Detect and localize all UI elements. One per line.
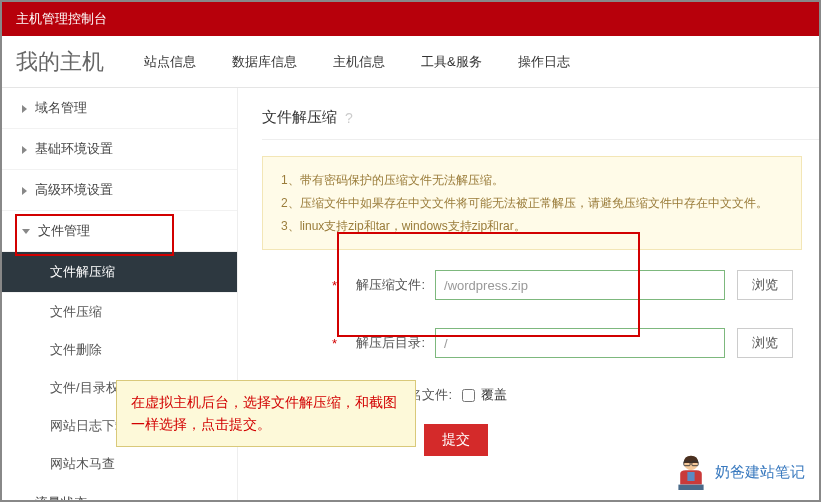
content-title: 文件解压缩 ? bbox=[262, 108, 819, 140]
topbar: 主机管理控制台 bbox=[2, 2, 819, 36]
tab-host-info[interactable]: 主机信息 bbox=[333, 53, 385, 71]
sidebar-item-basic-env[interactable]: 基础环境设置 bbox=[2, 129, 237, 170]
help-icon[interactable]: ? bbox=[345, 110, 353, 126]
sidebar-item-file-mgmt[interactable]: 文件管理 bbox=[2, 211, 237, 252]
form-row-source: * 解压缩文件: 浏览 bbox=[332, 270, 819, 300]
caret-right-icon bbox=[22, 105, 27, 113]
sidebar-item-decompress[interactable]: 文件解压缩 bbox=[2, 252, 237, 293]
tab-tools[interactable]: 工具&服务 bbox=[421, 53, 482, 71]
input-source[interactable] bbox=[435, 270, 725, 300]
browse-source-button[interactable]: 浏览 bbox=[737, 270, 793, 300]
topbar-title: 主机管理控制台 bbox=[16, 11, 107, 26]
browse-dest-button[interactable]: 浏览 bbox=[737, 328, 793, 358]
notice-line-3: 3、linux支持zip和tar，windows支持zip和rar。 bbox=[281, 215, 783, 238]
sidebar-item-domain[interactable]: 域名管理 bbox=[2, 88, 237, 129]
nav-tabs: 站点信息 数据库信息 主机信息 工具&服务 操作日志 bbox=[144, 53, 570, 71]
page-title: 我的主机 bbox=[16, 47, 104, 77]
sidebar-item-trojan[interactable]: 网站木马查 bbox=[2, 445, 237, 483]
tab-db-info[interactable]: 数据库信息 bbox=[232, 53, 297, 71]
notice-line-1: 1、带有密码保护的压缩文件无法解压缩。 bbox=[281, 169, 783, 192]
label-dest: 解压后目录: bbox=[343, 334, 425, 352]
overwrite-text: 覆盖 bbox=[481, 386, 507, 404]
svg-rect-4 bbox=[678, 485, 703, 490]
annotation-box: 在虚拟主机后台，选择文件解压缩，和截图一样选择，点击提交。 bbox=[116, 380, 416, 447]
form-row-dest: * 解压后目录: 浏览 bbox=[332, 328, 819, 358]
notice-line-2: 2、压缩文件中如果存在中文文件将可能无法被正常解压，请避免压缩文件中存在中文文件… bbox=[281, 192, 783, 215]
svg-rect-3 bbox=[687, 472, 694, 481]
input-dest[interactable] bbox=[435, 328, 725, 358]
tab-site-info[interactable]: 站点信息 bbox=[144, 53, 196, 71]
watermark: 奶爸建站笔记 bbox=[673, 452, 805, 492]
required-mark: * bbox=[332, 278, 337, 293]
header: 我的主机 站点信息 数据库信息 主机信息 工具&服务 操作日志 bbox=[2, 36, 819, 88]
watermark-text: 奶爸建站笔记 bbox=[715, 463, 805, 482]
sidebar-item-adv-env[interactable]: 高级环境设置 bbox=[2, 170, 237, 211]
required-mark: * bbox=[332, 336, 337, 351]
sidebar-item-compress[interactable]: 文件压缩 bbox=[2, 293, 237, 331]
caret-right-icon bbox=[22, 187, 27, 195]
caret-down-icon bbox=[22, 229, 30, 234]
avatar-icon bbox=[673, 452, 709, 492]
submit-button[interactable]: 提交 bbox=[424, 424, 488, 456]
checkbox-overwrite[interactable] bbox=[462, 389, 475, 402]
notice-box: 1、带有密码保护的压缩文件无法解压缩。 2、压缩文件中如果存在中文文件将可能无法… bbox=[262, 156, 802, 250]
sidebar-item-traffic[interactable]: 流量状态 bbox=[2, 483, 237, 502]
label-source: 解压缩文件: bbox=[343, 276, 425, 294]
sidebar-item-delete[interactable]: 文件删除 bbox=[2, 331, 237, 369]
tab-logs[interactable]: 操作日志 bbox=[518, 53, 570, 71]
caret-right-icon bbox=[22, 146, 27, 154]
